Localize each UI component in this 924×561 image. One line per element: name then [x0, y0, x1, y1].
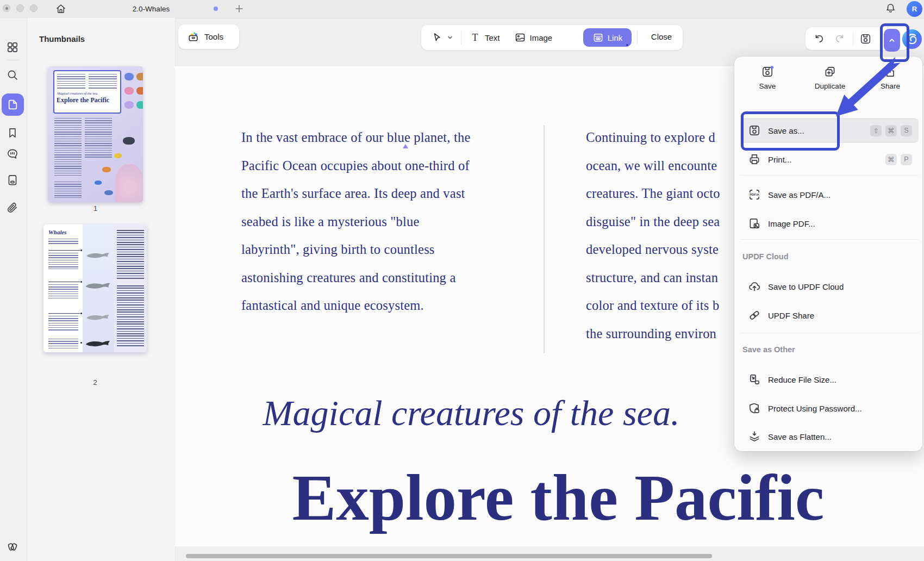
mini-title-whales: Whales [48, 229, 67, 235]
thumbnails-panel: Thumbnails Magical creatures of the sea.… [27, 18, 176, 561]
home-icon[interactable] [55, 3, 67, 15]
notifications-bell-icon[interactable] [884, 2, 897, 15]
close-window-button[interactable] [3, 4, 10, 12]
close-button[interactable]: Close [645, 32, 678, 41]
menu-item-save-as[interactable]: Save as... ⇧ ⌘ S [740, 118, 919, 143]
mini-text-block [48, 284, 78, 298]
menu-duplicate-label: Duplicate [806, 82, 854, 90]
toolbox-icon [187, 30, 199, 43]
menu-item-updf-share[interactable]: UPDF Share [740, 303, 919, 328]
unsaved-indicator-dot [214, 7, 218, 11]
menu-share-button[interactable]: Share [866, 65, 915, 101]
menu-item-save-as-flatten[interactable]: Save as Flatten... [740, 424, 919, 449]
menu-save-button[interactable]: Save [743, 65, 792, 101]
chevron-down-icon[interactable] [446, 34, 454, 41]
annotate-doc-icon[interactable] [6, 173, 19, 186]
titlebar: 2.0-Whales R [0, 0, 924, 18]
chevron-up-icon [888, 36, 896, 45]
menu-item-save-as-pdfa[interactable]: PDF/A Save as PDF/A... [740, 182, 919, 207]
doc-text-line[interactable]: seabed is like a mysterious "blue [241, 208, 546, 236]
menu-item-print[interactable]: Print... ⌘ P [740, 147, 919, 172]
cursor-icon[interactable] [431, 32, 443, 43]
toolbar-divider [461, 30, 461, 45]
grid-icon[interactable] [6, 41, 19, 54]
shield-lock-icon [748, 402, 761, 415]
chain-link-icon [748, 309, 761, 322]
menu-item-label: Reduce File Size... [768, 375, 836, 384]
doc-text-line[interactable]: In the vast embrace of our blue planet, … [241, 123, 546, 152]
doc-text-line[interactable]: creatures. The giant octo [586, 179, 735, 208]
redo-icon[interactable] [834, 33, 846, 45]
doc-text-line[interactable]: the surrounding environ [586, 320, 735, 348]
save-icon[interactable] [859, 33, 872, 45]
mini-text-block [48, 253, 78, 269]
save-dropdown-menu: Save Duplicate Share Save as... ⇧ ⌘ S [734, 57, 922, 451]
coral-image [115, 164, 143, 202]
text-tool-icon[interactable]: T [469, 32, 481, 43]
doc-text-line[interactable]: color and texture of its b [586, 291, 735, 320]
doc-text-line[interactable]: developed nervous syste [586, 235, 735, 264]
doc-left-column[interactable]: In the vast embrace of our blue planet, … [241, 123, 546, 320]
sidebar-item-thumbnails[interactable] [2, 94, 24, 116]
horizontal-scrollbar[interactable] [186, 554, 712, 558]
share-icon [884, 65, 897, 78]
ai-assistant-icon[interactable] [902, 29, 922, 49]
comment-icon[interactable] [6, 147, 19, 160]
minimize-window-button[interactable] [16, 4, 24, 12]
image-pdf-icon [748, 217, 761, 230]
menu-item-save-to-updf-cloud[interactable]: Save to UPDF Cloud [740, 274, 919, 299]
image-tool-icon[interactable] [514, 32, 526, 43]
svg-text:T: T [472, 32, 478, 43]
mini-text-block [48, 316, 78, 331]
doc-title[interactable]: Explore the Pacific [175, 465, 924, 531]
menu-item-label: Save as... [768, 126, 804, 135]
doc-text-line[interactable]: the Earth's surface area. Its deep and v… [241, 179, 546, 208]
image-tool-label[interactable]: Image [530, 33, 553, 42]
thumbnail-page-2[interactable]: Whales [43, 225, 147, 352]
fish-image [95, 180, 102, 185]
menu-divider [740, 239, 919, 240]
search-icon[interactable] [6, 68, 19, 82]
doc-text-line[interactable]: disguise" in the deep sea [586, 208, 735, 236]
menu-duplicate-button[interactable]: Duplicate [806, 65, 854, 101]
doc-text-line[interactable]: Pacific Ocean occupies about one-third o… [241, 152, 546, 180]
menu-item-label: Save as PDF/A... [768, 190, 831, 200]
doc-right-column[interactable]: Continuing to explore d ocean, we will e… [586, 123, 735, 347]
paperclip-icon[interactable] [6, 202, 19, 215]
doc-text-line[interactable]: ocean, we will encounte [586, 152, 735, 180]
menu-item-reduce-file-size[interactable]: Reduce File Size... [740, 367, 919, 392]
menu-item-image-pdf[interactable]: Image PDF... [740, 211, 919, 236]
doc-text-line[interactable]: fantastical and unique ecosystem. [241, 291, 546, 320]
sidebar-divider [7, 60, 19, 60]
page-number-2: 2 [43, 378, 147, 387]
shift-key-badge: ⇧ [870, 125, 882, 136]
menu-item-label: Image PDF... [768, 219, 815, 228]
undo-icon[interactable] [813, 33, 825, 45]
doc-text-line[interactable]: labyrinth", giving birth to countless [241, 235, 546, 264]
doc-text-line[interactable]: structure, and can instan [586, 264, 735, 292]
text-tool-label[interactable]: Text [485, 33, 500, 42]
thumbnail-page-1[interactable]: Magical creatures of the sea. Explore th… [48, 66, 143, 202]
shortcut-keys: ⌘ P [885, 154, 919, 165]
bookmark-icon[interactable] [6, 126, 19, 139]
menu-item-protect-password[interactable]: Protect Using Password... [740, 396, 919, 421]
tab-title[interactable]: 2.0-Whales [124, 0, 178, 18]
maximize-window-button[interactable] [30, 4, 38, 12]
pdfa-icon: PDF/A [748, 188, 761, 201]
palette-icon[interactable] [6, 539, 19, 552]
doc-text-line[interactable]: Continuing to explore d [586, 123, 735, 152]
tools-button[interactable]: Tools [178, 24, 239, 49]
new-tab-icon[interactable] [234, 4, 244, 14]
toolbar-divider [853, 32, 853, 45]
doc-text-line[interactable]: astonishing creatures and constituting a [241, 264, 546, 292]
coral-image [124, 87, 134, 95]
link-tool-button[interactable]: Link [583, 28, 632, 47]
viewport-indicator[interactable]: Magical creatures of the sea. Explore th… [53, 70, 121, 114]
doc-subtitle[interactable]: Magical creatures of the sea. [175, 392, 767, 434]
cmd-key-badge: ⌘ [885, 125, 897, 136]
mini-text-block [89, 74, 117, 89]
expand-save-menu-button[interactable] [884, 29, 900, 52]
coral-image [124, 101, 134, 109]
mini-rule [48, 313, 80, 314]
user-avatar[interactable]: R [907, 1, 922, 17]
